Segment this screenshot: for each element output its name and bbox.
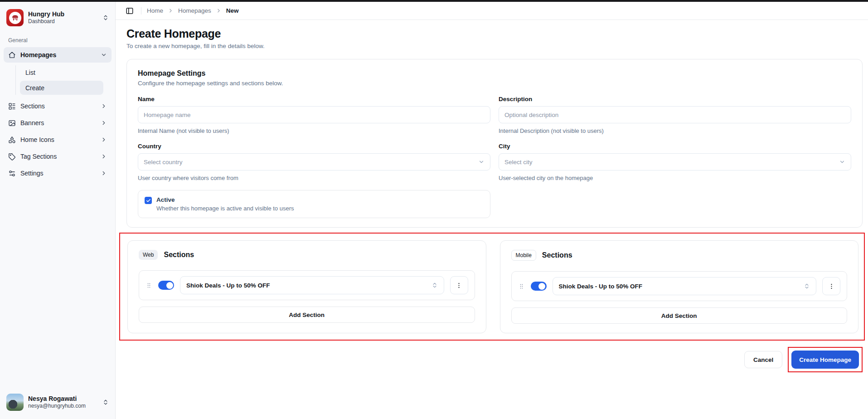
sidebar-subitem-label: Create [25, 84, 44, 92]
city-helper: User-selected city on the homepage [499, 175, 851, 181]
ellipsis-vertical-icon [828, 283, 835, 290]
sidebar-item-list[interactable]: List [20, 65, 103, 79]
web-section-select[interactable]: Shiok Deals - Up to 50% OFF [180, 276, 444, 294]
sidebar-item-create[interactable]: Create [20, 81, 103, 95]
annotation-rectangle-submit: Create Homepage [788, 347, 863, 372]
active-helper: Whether this homepage is active and visi… [156, 205, 294, 212]
mobile-add-section-button[interactable]: Add Section [511, 307, 848, 324]
main-header: Home Homepages New [116, 2, 868, 20]
user-menu[interactable]: Nesya Rogawati nesya@hungryhub.com [4, 390, 112, 414]
country-select-value: Select country [144, 159, 183, 166]
active-label: Active [156, 196, 294, 203]
mobile-section-menu-button[interactable] [822, 277, 840, 295]
chevron-right-icon [168, 8, 174, 14]
create-homepage-button[interactable]: Create Homepage [791, 351, 859, 369]
sidebar-item-label: Banners [20, 119, 44, 127]
chevron-right-icon [101, 136, 107, 143]
description-field-group: Description Internal Description (not vi… [499, 96, 851, 143]
check-icon [146, 198, 151, 203]
panel-left-icon [126, 7, 134, 15]
toggle-knob [538, 283, 545, 290]
shapes-icon [8, 136, 16, 144]
breadcrumb-home[interactable]: Home [147, 7, 163, 14]
city-label: City [499, 143, 851, 150]
toggle-knob [166, 282, 173, 289]
web-section-toggle[interactable] [158, 281, 174, 290]
city-select-value: Select city [504, 159, 533, 166]
sidebar-item-label: Tag Sections [20, 153, 57, 160]
settings-form-grid: Name Internal Name (not visible to users… [138, 96, 851, 218]
web-sections-header: Web Sections [139, 250, 475, 260]
settings-card-title: Homepage Settings [138, 69, 851, 78]
breadcrumb-homepages[interactable]: Homepages [178, 7, 211, 14]
sidebar-item-banners[interactable]: Banners [4, 115, 112, 131]
sidebar-item-label: Settings [20, 170, 44, 177]
country-helper: User country where visitors come from [138, 175, 490, 181]
city-select[interactable]: Select city [499, 153, 851, 171]
user-name: Nesya Rogawati [28, 395, 86, 403]
chevron-right-icon [216, 8, 222, 14]
page-subtitle: To create a new homepage, fill in the de… [126, 43, 863, 49]
web-section-row: Shiok Deals - Up to 50% OFF [139, 270, 475, 300]
web-sections-card: Web Sections Shiok Deals - Up to 50% OFF [127, 240, 486, 333]
city-field-group: City Select city User-selected city on t… [499, 143, 851, 190]
avatar [6, 394, 24, 411]
mobile-section-select[interactable]: Shiok Deals - Up to 50% OFF [553, 277, 817, 295]
sidebar-toggle-button[interactable] [124, 5, 136, 17]
sidebar-item-label: Sections [20, 102, 45, 110]
mobile-section-row: Shiok Deals - Up to 50% OFF [511, 271, 848, 301]
web-add-section-button[interactable]: Add Section [139, 307, 475, 323]
sidebar-item-homepages[interactable]: Homepages [4, 47, 112, 63]
app-shell: Hungry Hub Dashboard General Homepages [0, 2, 868, 419]
chevrons-up-down-icon [432, 282, 438, 288]
settings-card-subtitle: Configure the homepage settings and sect… [138, 80, 851, 87]
sidebar-group-label: General [4, 30, 112, 47]
name-field-group: Name Internal Name (not visible to users… [138, 96, 490, 143]
grip-vertical-icon[interactable] [145, 282, 152, 289]
workspace-switcher[interactable]: Hungry Hub Dashboard [4, 5, 112, 30]
chevron-right-icon [101, 120, 107, 126]
sidebar-subitem-label: List [25, 69, 35, 76]
active-checkbox-box: Active Whether this homepage is active a… [138, 190, 490, 218]
chevron-right-icon [101, 103, 107, 109]
chevrons-up-down-icon [804, 283, 810, 289]
web-section-menu-button[interactable] [450, 276, 468, 294]
sidebar-submenu-homepages: List Create [15, 65, 103, 95]
page-title: Create Homepage [126, 27, 863, 40]
workspace-subtitle: Dashboard [28, 18, 64, 24]
mobile-sections-header: Mobile Sections [511, 250, 848, 261]
tag-icon [8, 153, 16, 161]
web-section-select-value: Shiok Deals - Up to 50% OFF [186, 282, 270, 289]
name-input[interactable] [138, 106, 490, 123]
sidebar-nav: Homepages List Create Sections [4, 47, 112, 181]
breadcrumb-current: New [226, 7, 239, 14]
home-icon [8, 51, 16, 59]
description-input[interactable] [499, 106, 851, 123]
workspace-title: Hungry Hub [28, 10, 64, 18]
sidebar-item-sections[interactable]: Sections [4, 98, 112, 114]
active-checkbox[interactable] [145, 197, 152, 204]
sidebar-item-tag-sections[interactable]: Tag Sections [4, 149, 112, 164]
chevrons-up-down-icon [102, 15, 109, 21]
country-label: Country [138, 143, 490, 150]
cancel-button[interactable]: Cancel [744, 351, 782, 368]
settings-icon [8, 170, 16, 177]
mobile-sections-title: Sections [542, 251, 572, 259]
header-divider [141, 7, 141, 15]
image-icon [8, 119, 16, 127]
mobile-section-toggle[interactable] [531, 282, 547, 291]
hungryhub-logo-icon [6, 9, 24, 26]
description-label: Description [499, 96, 851, 102]
sidebar-item-label: Home Icons [20, 136, 54, 143]
grip-vertical-icon[interactable] [518, 283, 525, 290]
layout-list-icon [8, 102, 16, 110]
description-helper: Internal Description (not visible to use… [499, 127, 851, 134]
chevron-down-icon [101, 52, 107, 58]
chevron-right-icon [101, 170, 107, 176]
sidebar-item-home-icons[interactable]: Home Icons [4, 132, 112, 147]
sidebar-item-settings[interactable]: Settings [4, 166, 112, 181]
breadcrumb: Home Homepages New [147, 7, 239, 14]
country-select[interactable]: Select country [138, 153, 490, 171]
ellipsis-vertical-icon [456, 282, 462, 289]
page-content: Create Homepage To create a new homepage… [116, 20, 868, 419]
